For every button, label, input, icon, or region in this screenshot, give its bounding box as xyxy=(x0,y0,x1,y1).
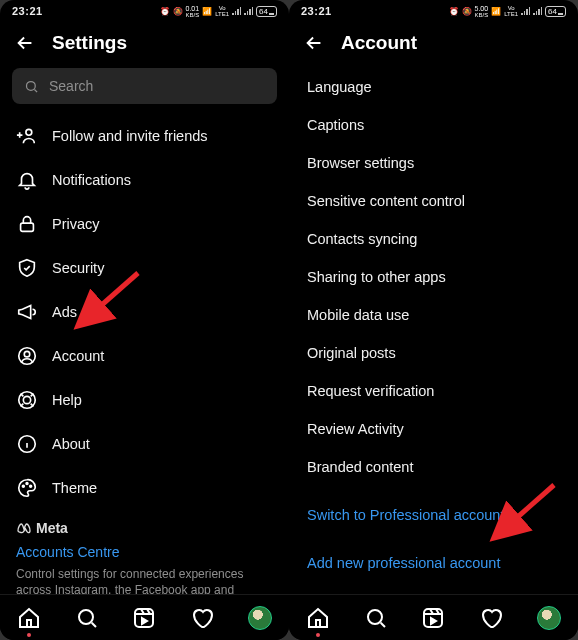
signal-icon xyxy=(232,7,241,15)
reels-icon xyxy=(132,606,156,630)
net-speed: 0.01KB/S xyxy=(186,5,200,18)
bottom-nav xyxy=(289,594,578,640)
phone-account: 23:21 ⏰ 🔕 5.00KB/S 📶 VoLTE1 64 Account L… xyxy=(289,0,578,640)
row-sensitive-content[interactable]: Sensitive content control xyxy=(289,182,578,220)
nav-reels[interactable] xyxy=(131,605,157,631)
status-bar: 23:21 ⏰ 🔕 5.00KB/S 📶 VoLTE1 64 xyxy=(289,0,578,22)
wifi-icon: 📶 xyxy=(202,7,212,16)
page-title: Settings xyxy=(52,32,127,54)
row-original-posts[interactable]: Original posts xyxy=(289,334,578,372)
battery-indicator: 64 xyxy=(545,6,566,17)
status-time: 23:21 xyxy=(301,5,332,17)
megaphone-icon xyxy=(16,301,38,323)
signal-icon xyxy=(521,7,530,15)
heart-icon xyxy=(479,606,503,630)
nav-search[interactable] xyxy=(74,605,100,631)
status-time: 23:21 xyxy=(12,5,43,17)
row-notifications[interactable]: Notifications xyxy=(0,158,289,202)
row-label: Review Activity xyxy=(307,421,404,437)
row-account[interactable]: Account xyxy=(0,334,289,378)
svg-rect-3 xyxy=(21,223,34,231)
lock-icon xyxy=(16,213,38,235)
phone-settings: 23:21 ⏰ 🔕 0.01KB/S 📶 VoLTE1 64 Settings … xyxy=(0,0,289,640)
row-mobile-data[interactable]: Mobile data use xyxy=(289,296,578,334)
signal-icon-2 xyxy=(533,7,542,15)
net-speed: 5.00KB/S xyxy=(475,5,489,18)
svg-point-9 xyxy=(22,485,24,487)
row-label: Sharing to other apps xyxy=(307,269,446,285)
home-icon xyxy=(306,606,330,630)
row-contacts-syncing[interactable]: Contacts syncing xyxy=(289,220,578,258)
search-placeholder: Search xyxy=(49,78,93,94)
row-label: Mobile data use xyxy=(307,307,409,323)
row-privacy[interactable]: Privacy xyxy=(0,202,289,246)
svg-point-7 xyxy=(23,396,30,403)
svg-point-10 xyxy=(26,483,28,485)
notification-dot xyxy=(27,633,31,637)
row-help[interactable]: Help xyxy=(0,378,289,422)
battery-indicator: 64 xyxy=(256,6,277,17)
row-label: About xyxy=(52,436,90,452)
row-label: Security xyxy=(52,260,104,276)
row-captions[interactable]: Captions xyxy=(289,106,578,144)
search-input[interactable]: Search xyxy=(12,68,277,104)
search-icon xyxy=(75,606,99,630)
wifi-icon: 📶 xyxy=(491,7,501,16)
svg-rect-13 xyxy=(135,609,153,627)
heart-icon xyxy=(190,606,214,630)
shield-icon xyxy=(16,257,38,279)
info-icon xyxy=(16,433,38,455)
accounts-centre-link[interactable]: Accounts Centre xyxy=(16,536,273,566)
row-label: Branded content xyxy=(307,459,413,475)
alarm-icon: ⏰ xyxy=(449,7,459,16)
dnd-icon: 🔕 xyxy=(462,7,472,16)
meta-section: Meta Accounts Centre Control settings fo… xyxy=(0,510,289,594)
svg-point-5 xyxy=(24,351,30,357)
nav-home[interactable] xyxy=(16,605,42,631)
nav-home[interactable] xyxy=(305,605,331,631)
row-label: Ads xyxy=(52,304,77,320)
row-label: Follow and invite friends xyxy=(52,128,208,144)
add-professional-link[interactable]: Add new professional account xyxy=(289,544,578,582)
row-request-verification[interactable]: Request verification xyxy=(289,372,578,410)
signal-icon-2 xyxy=(244,7,253,15)
dnd-icon: 🔕 xyxy=(173,7,183,16)
row-browser-settings[interactable]: Browser settings xyxy=(289,144,578,182)
volte-icon: VoLTE1 xyxy=(215,5,229,17)
row-label: Notifications xyxy=(52,172,131,188)
row-theme[interactable]: Theme xyxy=(0,466,289,510)
row-label: Sensitive content control xyxy=(307,193,465,209)
row-follow-invite[interactable]: Follow and invite friends xyxy=(0,114,289,158)
nav-activity[interactable] xyxy=(478,605,504,631)
row-security[interactable]: Security xyxy=(0,246,289,290)
row-label: Request verification xyxy=(307,383,434,399)
nav-reels[interactable] xyxy=(420,605,446,631)
row-language[interactable]: Language xyxy=(289,68,578,106)
account-list: Language Captions Browser settings Sensi… xyxy=(289,68,578,594)
row-branded-content[interactable]: Branded content xyxy=(289,448,578,486)
nav-activity[interactable] xyxy=(189,605,215,631)
switch-professional-link[interactable]: Switch to Professional account xyxy=(289,496,578,534)
nav-search[interactable] xyxy=(363,605,389,631)
row-sharing-apps[interactable]: Sharing to other apps xyxy=(289,258,578,296)
nav-profile[interactable] xyxy=(536,605,562,631)
page-title: Account xyxy=(341,32,417,54)
volte-icon: VoLTE1 xyxy=(504,5,518,17)
svg-rect-14 xyxy=(558,13,563,15)
row-ads[interactable]: Ads xyxy=(0,290,289,334)
profile-avatar xyxy=(537,606,561,630)
account-icon xyxy=(16,345,38,367)
row-review-activity[interactable]: Review Activity xyxy=(289,410,578,448)
status-right: ⏰ 🔕 5.00KB/S 📶 VoLTE1 64 xyxy=(449,5,567,18)
nav-profile[interactable] xyxy=(247,605,273,631)
home-icon xyxy=(17,606,41,630)
notification-dot xyxy=(316,633,320,637)
back-button[interactable] xyxy=(14,32,36,54)
help-icon xyxy=(16,389,38,411)
meta-logo: Meta xyxy=(16,520,273,536)
row-label: Original posts xyxy=(307,345,396,361)
row-about[interactable]: About xyxy=(0,422,289,466)
back-button[interactable] xyxy=(303,32,325,54)
bottom-nav xyxy=(0,594,289,640)
header: Settings xyxy=(0,22,289,68)
